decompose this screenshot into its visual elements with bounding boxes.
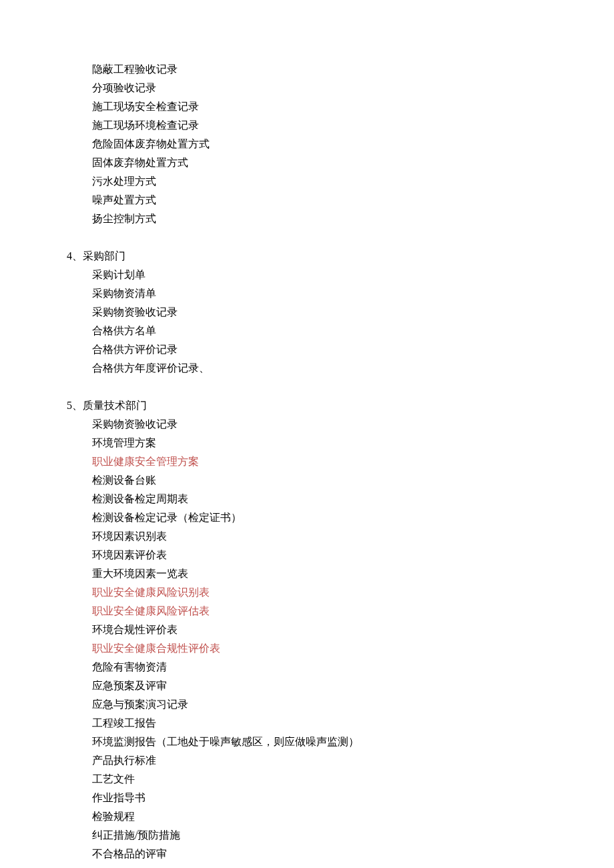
list-item: 环境因素识别表 xyxy=(92,527,547,546)
list-item: 检测设备检定周期表 xyxy=(92,490,547,508)
list-item: 职业安全健康风险识别表 xyxy=(92,583,547,602)
list-item: 环境合规性评价表 xyxy=(92,620,547,639)
list-item: 施工现场安全检查记录 xyxy=(92,97,547,116)
list-item: 职业安全健康风险评估表 xyxy=(92,602,547,620)
list-item: 应急与预案演习记录 xyxy=(92,695,547,714)
list-item: 重大环境因素一览表 xyxy=(92,564,547,583)
section3-trailing-list: 隐蔽工程验收记录分项验收记录施工现场安全检查记录施工现场环境检查记录危险固体废弃… xyxy=(92,60,547,228)
list-item: 分项验收记录 xyxy=(92,79,547,97)
list-item: 工程竣工报告 xyxy=(92,714,547,733)
list-item: 检测设备台账 xyxy=(92,471,547,490)
section5-list: 采购物资验收记录环境管理方案职业健康安全管理方案检测设备台账检测设备检定周期表检… xyxy=(92,415,547,863)
list-item: 不合格品的评审 xyxy=(92,845,547,863)
list-item: 职业健康安全管理方案 xyxy=(92,452,547,471)
list-item: 环境因素评价表 xyxy=(92,546,547,564)
list-item: 产品执行标准 xyxy=(92,751,547,770)
list-item: 采购物资验收记录 xyxy=(92,303,547,322)
list-item: 合格供方年度评价记录、 xyxy=(92,359,547,378)
list-item: 合格供方评价记录 xyxy=(92,340,547,359)
list-item: 隐蔽工程验收记录 xyxy=(92,60,547,79)
list-item: 检测设备检定记录（检定证书） xyxy=(92,508,547,527)
list-item: 检验规程 xyxy=(92,807,547,826)
list-item: 环境管理方案 xyxy=(92,434,547,452)
list-item: 工艺文件 xyxy=(92,770,547,789)
list-item: 作业指导书 xyxy=(92,789,547,807)
section4-list: 采购计划单采购物资清单采购物资验收记录合格供方名单合格供方评价记录合格供方年度评… xyxy=(92,266,547,378)
list-item: 污水处理方式 xyxy=(92,172,547,191)
list-item: 固体废弃物处置方式 xyxy=(92,153,547,172)
list-item: 环境监测报告（工地处于噪声敏感区，则应做噪声监测） xyxy=(92,733,547,751)
list-item: 职业安全健康合规性评价表 xyxy=(92,639,547,658)
list-item: 采购物资验收记录 xyxy=(92,415,547,434)
list-item: 危险固体废弃物处置方式 xyxy=(92,135,547,153)
list-item: 采购物资清单 xyxy=(92,284,547,303)
section4-header: 4、采购部门 xyxy=(67,247,547,266)
list-item: 采购计划单 xyxy=(92,266,547,284)
list-item: 合格供方名单 xyxy=(92,322,547,340)
list-item: 扬尘控制方式 xyxy=(92,209,547,228)
list-item: 应急预案及评审 xyxy=(92,677,547,695)
list-item: 纠正措施/预防措施 xyxy=(92,826,547,845)
list-item: 危险有害物资清 xyxy=(92,658,547,677)
list-item: 噪声处置方式 xyxy=(92,191,547,209)
list-item: 施工现场环境检查记录 xyxy=(92,116,547,135)
section5-header: 5、质量技术部门 xyxy=(67,396,547,415)
